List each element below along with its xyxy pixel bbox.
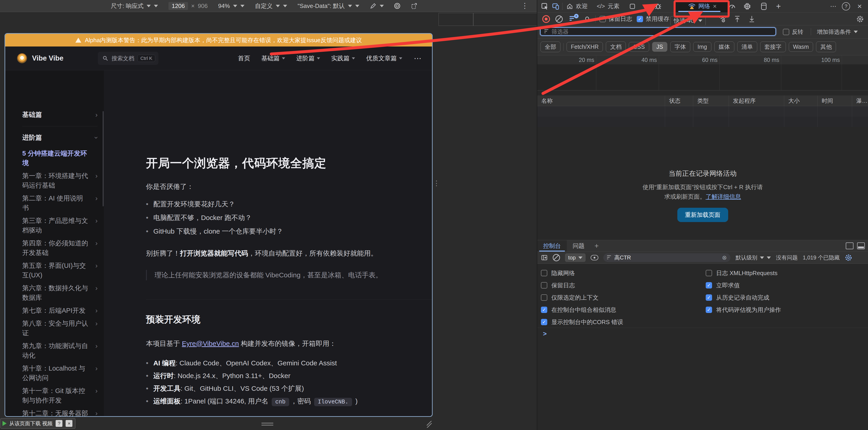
nav-item-basics[interactable]: 基础篇 <box>261 54 285 62</box>
download-video-label[interactable]: 从该页面下载 视频 <box>9 420 53 427</box>
disable-cache-checkbox[interactable]: ✓ 禁用缓存 <box>637 13 670 25</box>
debugger-bug-icon[interactable] <box>654 0 662 12</box>
chip-wasm[interactable]: Wasm <box>789 42 813 52</box>
no-issues-label[interactable]: 没有问题 <box>776 254 798 261</box>
dock-side-icon[interactable] <box>846 242 854 249</box>
chip-fetch-xhr[interactable]: Fetch/XHR <box>566 42 603 52</box>
checkbox-unchecked-icon[interactable] <box>706 270 712 276</box>
tab-welcome[interactable]: 欢迎 <box>566 0 588 12</box>
column-initiator[interactable]: 发起程序 <box>729 96 784 106</box>
browser-menu-icon[interactable]: ⋮ <box>520 1 529 10</box>
export-har-icon[interactable] <box>748 13 755 25</box>
invert-filter-checkbox[interactable]: 反转 <box>783 26 803 38</box>
zoom-dropdown[interactable]: 94% <box>218 2 245 9</box>
network-settings-gear-icon[interactable] <box>856 13 864 25</box>
nav-item-advanced[interactable]: 进阶篇 <box>296 54 320 62</box>
sidebar-scrollbar[interactable] <box>102 111 104 206</box>
chip-js-selected[interactable]: JS <box>652 42 668 52</box>
checkbox-checked-icon[interactable]: ✓ <box>637 16 643 22</box>
setting-preserve-log[interactable]: 保留日志 <box>541 279 623 291</box>
filter-toggle-icon[interactable]: × <box>569 13 576 25</box>
help-button[interactable]: ? <box>56 420 62 427</box>
clear-filter-icon[interactable]: ⊗ <box>722 254 727 261</box>
drawer-add-tab-icon[interactable]: + <box>594 242 599 250</box>
save-data-dropdown[interactable]: "Save-Data": 默认 <box>298 2 359 10</box>
setting-eager-eval[interactable]: ✓立即求值 <box>706 279 781 291</box>
record-button[interactable] <box>542 13 550 25</box>
checkbox-checked-icon[interactable]: ✓ <box>706 282 712 289</box>
checkbox-checked-icon[interactable]: ✓ <box>706 294 712 301</box>
setting-selected-context[interactable]: 仅限选定的上下文 <box>541 291 623 304</box>
console-sidebar-icon[interactable] <box>541 254 548 261</box>
console-settings-gear-icon[interactable] <box>845 254 852 262</box>
checkbox-unchecked-icon[interactable] <box>541 270 547 276</box>
viewport-height-field[interactable]: 906 <box>198 2 208 9</box>
tab-network[interactable]: 网络 × <box>675 0 730 12</box>
search-icon[interactable] <box>585 13 591 25</box>
checkbox-unchecked-icon[interactable] <box>599 16 606 22</box>
sidebar-item[interactable]: 第九章：功能测试与自动化 › <box>22 341 98 360</box>
drawer-tab-issues[interactable]: 问题 <box>567 240 590 252</box>
network-filter-input[interactable]: 筛选器 <box>540 27 776 36</box>
sidebar-item[interactable]: 第四章：你必须知道的开发基础 › <box>22 238 98 257</box>
viewport-resize-handle-right[interactable]: ⋮ <box>433 181 436 185</box>
checkbox-checked-icon[interactable]: ✓ <box>541 307 547 313</box>
site-logo[interactable] <box>17 53 27 63</box>
checkbox-unchecked-icon[interactable] <box>541 282 547 289</box>
column-type[interactable]: 类型 <box>693 96 729 106</box>
viewport-width-field[interactable]: 1206 <box>168 2 188 10</box>
learn-more-link[interactable]: 了解详细信息 <box>706 193 741 200</box>
performance-icon[interactable] <box>728 0 736 12</box>
sidebar-item[interactable]: 第二章：AI 使用说明书 › <box>22 194 98 212</box>
chip-socket[interactable]: 套接字 <box>760 41 786 52</box>
close-button[interactable]: × <box>66 420 72 427</box>
throttle-edit-icon[interactable] <box>370 2 384 9</box>
dock-bottom-icon[interactable] <box>857 242 865 249</box>
device-toolbar-icon[interactable] <box>552 0 560 12</box>
checkbox-unchecked-icon[interactable] <box>541 294 547 301</box>
setting-show-cors[interactable]: ✓显示控制台中的CORS 错误 <box>541 316 623 328</box>
column-waterfall[interactable]: 瀑… <box>852 96 868 106</box>
chip-manifest[interactable]: 清单 <box>737 41 757 52</box>
setting-eval-user-action[interactable]: ✓将代码评估视为用户操作 <box>706 304 781 316</box>
setting-hide-network[interactable]: 隐藏网络 <box>541 267 623 279</box>
network-overview-timeline[interactable]: 20 ms 40 ms 60 ms 80 ms 100 ms <box>537 55 868 91</box>
tab-elements[interactable]: </> 元素 <box>597 0 619 12</box>
sidebar-item[interactable]: 第六章：数据持久化与数据库 › <box>22 283 98 302</box>
checkbox-checked-icon[interactable]: ✓ <box>706 307 712 313</box>
log-levels-dropdown[interactable]: 默认级别 <box>736 254 771 261</box>
memory-chip-icon[interactable] <box>743 0 751 12</box>
sidebar-item[interactable]: 第三章：产品思维与文档驱动 › <box>22 216 98 235</box>
sidebar-section-advanced[interactable]: 进阶篇 › <box>22 132 98 143</box>
column-status[interactable]: 状态 <box>665 96 693 106</box>
nav-more-icon[interactable]: ⋯ <box>414 54 422 63</box>
drawer-tab-console[interactable]: 控制台 <box>537 240 567 252</box>
clear-network-icon[interactable] <box>555 13 563 25</box>
sidebar-item-current[interactable]: 5 分钟搭建云端开发环境 <box>22 148 98 168</box>
setting-log-xhr[interactable]: 日志 XMLHttpRequests <box>706 267 781 279</box>
preserve-log-checkbox[interactable]: 保留日志 <box>599 13 632 25</box>
sidebar-item[interactable]: 第五章：界面(UI)与交互(UX) › <box>22 261 98 280</box>
tab-sources-icon[interactable] <box>629 0 636 12</box>
devtools-close-icon[interactable]: × <box>855 0 865 12</box>
network-conditions-icon[interactable] <box>719 13 726 25</box>
column-time[interactable]: 时间 <box>817 96 852 106</box>
sidebar-item[interactable]: 第八章：安全与用户认证 › <box>22 319 98 338</box>
chip-img[interactable]: Img <box>693 42 711 52</box>
dpr-dropdown[interactable]: 自定义 <box>255 2 287 10</box>
nav-item-home[interactable]: 首页 <box>238 54 250 62</box>
viewport-resize-handle-bottom[interactable] <box>261 423 273 427</box>
sidebar-item[interactable]: 第十章：Localhost 与公网访问 › <box>22 364 98 383</box>
sidebar-item[interactable]: 第十一章：Git 版本控制与协作开发 › <box>22 386 98 405</box>
checkbox-unchecked-icon[interactable] <box>783 29 789 35</box>
inspect-element-icon[interactable] <box>541 0 549 12</box>
devtools-more-icon[interactable]: ⋯ <box>828 0 838 12</box>
sidebar-section-basics[interactable]: 基础篇 › <box>22 109 98 120</box>
column-name[interactable]: 名称 <box>537 96 665 106</box>
throttling-dropdown[interactable]: 快速 4G <box>670 14 706 27</box>
add-tab-icon[interactable]: + <box>776 0 781 12</box>
clear-console-icon[interactable] <box>553 254 560 261</box>
sidebar-item[interactable]: 第七章：后端API开发 › <box>22 306 98 315</box>
nav-item-practice[interactable]: 实践篇 <box>331 54 355 62</box>
sidebar-item[interactable]: 第一章：环境搭建与代码运行基础 › <box>22 171 98 190</box>
